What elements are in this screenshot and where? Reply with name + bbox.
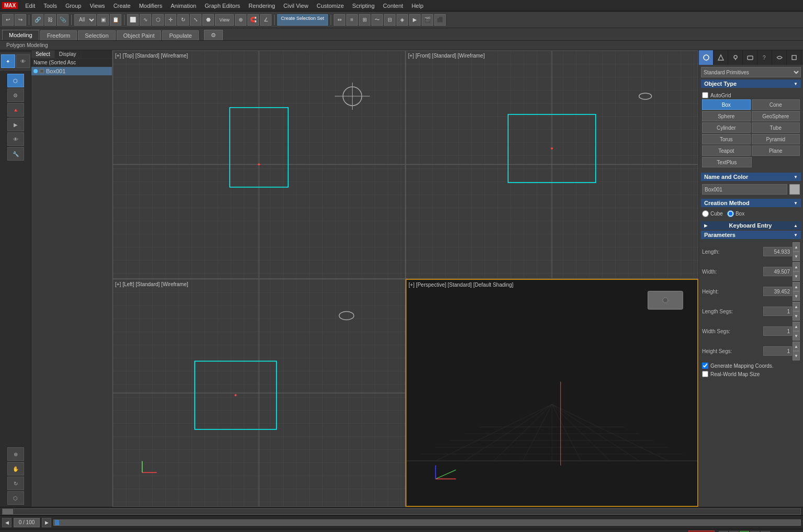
pan-btn[interactable]: ✋ — [7, 462, 24, 476]
param-lsegs-up[interactable]: ▲ — [793, 302, 800, 311]
menu-edit[interactable]: Edit — [21, 2, 39, 10]
menu-modifiers[interactable]: Modifiers — [135, 2, 167, 10]
obj-btn-tube[interactable]: Tube — [752, 122, 800, 133]
tab-modeling[interactable]: Modeling — [2, 30, 39, 40]
schematic-btn[interactable]: ⊟ — [384, 14, 395, 26]
keyboard-entry-header[interactable]: ▶ Keyboard Entry ▲ — [701, 221, 801, 230]
param-height-down[interactable]: ▼ — [793, 291, 800, 301]
lasso-select-btn[interactable]: ∿ — [140, 14, 151, 26]
menu-scripting[interactable]: Scripting — [348, 2, 379, 10]
rp-tab-systems[interactable] — [787, 50, 801, 65]
creation-method-header[interactable]: Creation Method ▼ — [701, 199, 801, 207]
obj-btn-textplus[interactable]: TextPlus — [702, 157, 752, 167]
obj-btn-sphere[interactable]: Sphere — [702, 111, 751, 121]
param-width-up[interactable]: ▲ — [793, 262, 800, 271]
auto-key-btn[interactable]: Auto Key — [688, 530, 715, 533]
param-length-down[interactable]: ▼ — [793, 252, 800, 261]
rect-select-btn[interactable]: ⬜ — [127, 14, 139, 26]
param-length-up[interactable]: ▲ — [793, 242, 800, 252]
hierarchy-panel-btn[interactable]: 🔺 — [7, 103, 24, 117]
app-logo[interactable]: MAX — [2, 2, 18, 9]
select-filter-btn[interactable]: ⬡ — [152, 14, 164, 26]
generate-mapping-checkbox[interactable] — [702, 363, 708, 369]
menu-rendering[interactable]: Rendering — [244, 2, 279, 10]
box-radio-label[interactable]: Box — [727, 210, 744, 217]
material-btn[interactable]: ◈ — [397, 14, 408, 26]
scene-tab-select[interactable]: Select — [31, 50, 55, 58]
snap-toggle-btn[interactable]: 🧲 — [247, 14, 259, 26]
undo-button[interactable]: ↩ — [2, 14, 14, 26]
parameters-header[interactable]: Parameters ▼ — [701, 231, 801, 239]
horizontal-scrollbar[interactable] — [2, 508, 801, 515]
align2-btn[interactable]: ⊞ — [359, 14, 370, 26]
tab-extra[interactable]: ⚙ — [204, 30, 223, 40]
obj-btn-cone[interactable]: Cone — [752, 99, 800, 110]
render-btn[interactable]: 🎬 — [422, 14, 433, 26]
object-name-input[interactable] — [702, 184, 787, 195]
menu-views[interactable]: Views — [85, 2, 109, 10]
param-hsegs-up[interactable]: ▲ — [793, 342, 800, 351]
rp-tab-lights[interactable] — [728, 50, 743, 65]
redo-button[interactable]: ↪ — [15, 14, 26, 26]
obj-btn-pyramid[interactable]: Pyramid — [752, 134, 800, 144]
subtab-polygon-modeling[interactable]: Polygon Modeling — [2, 42, 52, 49]
render-frame-btn[interactable]: ⬛ — [434, 14, 446, 26]
scene-tab-display[interactable]: Display — [55, 50, 81, 58]
rp-tab-spacewarps[interactable] — [772, 50, 787, 65]
cube-radio-label[interactable]: Cube — [702, 210, 723, 217]
mirror-btn[interactable]: ⇔ — [334, 14, 345, 26]
menu-customize[interactable]: Customize — [312, 2, 348, 10]
scale-btn[interactable]: ⤡ — [190, 14, 201, 26]
render-setup-btn[interactable]: ▶ — [409, 14, 421, 26]
param-height-input[interactable] — [763, 287, 792, 296]
motion-panel-btn[interactable]: ▶ — [7, 118, 24, 131]
box-radio[interactable] — [727, 210, 734, 217]
viewport-front[interactable]: [+] [Front] [Standard] [Wireframe] — [405, 50, 698, 279]
rp-tab-cameras[interactable] — [743, 50, 757, 65]
align-btn[interactable]: ≡ — [346, 14, 358, 26]
obj-btn-plane[interactable]: Plane — [752, 145, 800, 156]
cube-radio[interactable] — [702, 210, 709, 217]
pivot-btn[interactable]: ⊕ — [235, 14, 246, 26]
param-height-segs-input[interactable] — [763, 346, 792, 356]
param-wsegs-up[interactable]: ▲ — [793, 322, 800, 331]
obj-btn-torus[interactable]: Torus — [702, 134, 751, 144]
rp-tab-geometry[interactable] — [699, 50, 714, 65]
timeline-thumb[interactable] — [55, 520, 59, 525]
param-hsegs-down[interactable]: ▼ — [793, 351, 800, 360]
autogrid-checkbox[interactable] — [702, 92, 708, 98]
param-length-input[interactable] — [763, 247, 792, 256]
timeline-frame-input[interactable] — [14, 518, 40, 527]
display-tool-btn[interactable]: 👁 — [16, 54, 30, 68]
layer-dropdown[interactable]: All — [74, 14, 96, 26]
menu-civil-view[interactable]: Civil View — [279, 2, 312, 10]
angle-snap-btn[interactable]: ∠ — [260, 14, 272, 26]
viewport-top[interactable]: [+] [Top] [Standard] [Wireframe] — [112, 50, 405, 279]
menu-group[interactable]: Group — [61, 2, 86, 10]
timeline-next-btn[interactable]: ▶ — [42, 518, 51, 527]
menu-graph-editors[interactable]: Graph Editors — [200, 2, 244, 10]
param-wsegs-down[interactable]: ▼ — [793, 331, 800, 341]
tab-populate[interactable]: Populate — [162, 30, 198, 40]
tab-freeform[interactable]: Freeform — [40, 30, 77, 40]
field-of-view-btn[interactable]: ⬡ — [7, 491, 24, 505]
real-world-checkbox[interactable] — [702, 371, 708, 377]
create-panel-btn[interactable]: ⬡ — [7, 74, 24, 87]
display-panel-btn[interactable]: 👁 — [7, 132, 24, 146]
name-color-header[interactable]: Name and Color ▼ — [701, 173, 801, 181]
ref-coord-btn[interactable]: View — [215, 14, 234, 26]
menu-animation[interactable]: Animation — [166, 2, 200, 10]
zoom-btn[interactable]: ⊕ — [7, 447, 24, 461]
object-type-header[interactable]: Object Type ▼ — [701, 80, 801, 88]
primitive-type-dropdown[interactable]: Standard Primitives — [701, 67, 801, 77]
obj-btn-cylinder[interactable]: Cylinder — [702, 122, 751, 133]
select-tool-btn[interactable]: ✦ — [1, 54, 15, 68]
tab-selection[interactable]: Selection — [78, 30, 115, 40]
obj-btn-teapot[interactable]: Teapot — [702, 145, 751, 156]
menu-tools[interactable]: Tools — [39, 2, 61, 10]
color-swatch[interactable] — [789, 184, 800, 195]
param-height-up[interactable]: ▲ — [793, 282, 800, 291]
viewport-perspective[interactable]: [+] [Perspective] [Standard] [Default Sh… — [405, 279, 698, 507]
param-width-segs-input[interactable] — [763, 326, 792, 336]
rp-tab-helpers[interactable]: ? — [757, 50, 772, 65]
